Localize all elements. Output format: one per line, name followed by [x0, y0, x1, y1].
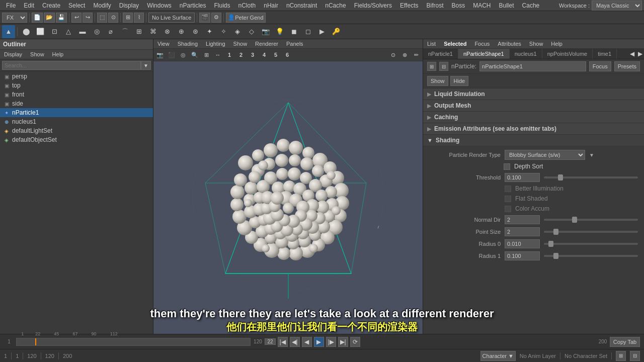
outliner-search-btn[interactable]: ▼	[141, 61, 151, 70]
viewport-content[interactable]	[153, 61, 423, 330]
char-menu-btn[interactable]: Character ▼	[480, 351, 516, 361]
vp-wire1[interactable]: 1	[224, 49, 235, 60]
attr-better-illum-checkbox[interactable]	[505, 186, 511, 192]
menu-fluids[interactable]: Fluids	[210, 0, 234, 11]
attr-collapse-icon[interactable]: ⊟	[439, 62, 448, 71]
outliner-item-front[interactable]: ▣ front	[0, 90, 153, 99]
attr-nparticle-input[interactable]	[479, 61, 586, 71]
redo-btn[interactable]: ↪	[83, 13, 93, 23]
attr-point-size-input[interactable]	[505, 227, 540, 236]
outliner-item-top[interactable]: ▣ top	[0, 81, 153, 90]
section-output-mesh[interactable]: ▶ Output Mesh	[423, 100, 644, 112]
vp-menu-panels[interactable]: Panels	[282, 40, 307, 48]
outliner-menu-display[interactable]: Display	[0, 50, 26, 58]
menu-windows[interactable]: Windows	[143, 0, 176, 11]
menu-nhair[interactable]: nHair	[260, 0, 282, 11]
camera-btn[interactable]: 📷	[259, 25, 272, 38]
attr-radius0-input[interactable]	[505, 239, 540, 248]
display-prefs-btn[interactable]: ⊟	[630, 351, 640, 361]
section-caching[interactable]: ▶ Caching	[423, 112, 644, 123]
attr-tab-nparticle1[interactable]: nParticle1	[423, 49, 458, 59]
gpu-cache-btn[interactable]: ⊞	[616, 351, 626, 361]
menu-display[interactable]: Display	[115, 0, 143, 11]
key-btn[interactable]: 🔑	[330, 25, 343, 38]
select-btn[interactable]: ⬚	[97, 13, 107, 23]
attr-radius1-input[interactable]	[505, 251, 540, 260]
outliner-item-defaultobjectset[interactable]: ◈ defaultObjectSet	[0, 135, 153, 144]
menu-create[interactable]: Create	[38, 0, 64, 11]
menu-bullet[interactable]: Bullet	[495, 0, 518, 11]
vp-snap-btn[interactable]: ⊙	[387, 49, 398, 60]
light-btn[interactable]: 💡	[273, 25, 286, 38]
menu-ncache[interactable]: nCache	[321, 0, 350, 11]
loop-btn[interactable]: ⟳	[350, 337, 360, 347]
attr-prev-btn[interactable]: ◀	[628, 49, 636, 59]
outliner-item-defaultlightset[interactable]: ◈ defaultLightSet	[0, 126, 153, 135]
user-btn[interactable]: 👤 Peter Gend	[226, 13, 265, 23]
vp-camera-btn[interactable]: 📷	[154, 49, 166, 60]
new-scene-btn[interactable]: 📄	[32, 13, 43, 23]
step-back-btn[interactable]: ◀|	[290, 337, 300, 347]
anim-btn[interactable]: ▶	[315, 25, 329, 38]
vp-wire3[interactable]: 3	[247, 49, 258, 60]
timeline-playhead[interactable]	[35, 338, 36, 345]
shader-btn[interactable]: ◻	[301, 25, 314, 38]
attr-list-btn[interactable]: List	[423, 39, 440, 48]
attr-threshold-input[interactable]	[505, 173, 540, 182]
vp-wire2[interactable]: 2	[235, 49, 247, 60]
lasso-btn[interactable]: ⊙	[108, 13, 118, 23]
wrap-btn[interactable]: ⊛	[189, 25, 202, 38]
section-shading[interactable]: ▼ Shading	[423, 135, 644, 146]
vp-menu-shading[interactable]: Shading	[174, 40, 202, 48]
goto-end-btn[interactable]: ▶|	[338, 337, 348, 347]
attr-attributes-btn[interactable]: Attributes	[494, 39, 525, 48]
group-btn[interactable]: ⊞	[132, 25, 145, 38]
squish-btn[interactable]: ⊗	[160, 25, 174, 38]
menu-modify[interactable]: Modify	[89, 0, 115, 11]
attr-normal-dir-slider[interactable]	[544, 219, 638, 221]
attr-normal-dir-thumb[interactable]	[572, 217, 577, 223]
lattice-btn[interactable]: ⊕	[175, 25, 188, 38]
cone-btn[interactable]: △	[62, 25, 75, 38]
vp-uvs-btn[interactable]: ⊗	[399, 49, 410, 60]
attr-depth-sort-checkbox[interactable]	[504, 163, 510, 170]
outliner-item-nucleus1[interactable]: ⊕ nucleus1	[0, 117, 153, 126]
attr-radius1-thumb[interactable]	[553, 253, 558, 259]
menu-select[interactable]: Select	[64, 0, 89, 11]
open-btn[interactable]: 📂	[44, 13, 55, 23]
torus-btn[interactable]: ◎	[90, 25, 103, 38]
undo-btn[interactable]: ↩	[71, 13, 82, 23]
menu-mach[interactable]: MACH	[469, 0, 495, 11]
menu-effects[interactable]: Effects	[396, 0, 422, 11]
vp-move-btn[interactable]: ↔	[212, 49, 223, 60]
ikhandle-btn[interactable]: ✧	[217, 25, 230, 38]
attr-selected-btn[interactable]: Selected	[440, 39, 470, 48]
attr-render-type-select[interactable]: Blobby Surface (s/w) Points Spheres	[505, 150, 585, 160]
vp-paint-btn[interactable]: ✏	[411, 49, 422, 60]
outliner-menu-help[interactable]: Help	[48, 50, 68, 58]
copy-tab-btn[interactable]: Copy Tab	[610, 337, 640, 347]
attr-tab-nucleus1[interactable]: nucleus1	[510, 49, 542, 59]
attr-focus-btn[interactable]: Focus	[470, 39, 494, 48]
menu-nparticles[interactable]: nParticles	[176, 0, 210, 11]
outliner-item-nparticle1[interactable]: ✦ nParticle1	[0, 108, 153, 117]
cylinder-btn[interactable]: ⊡	[48, 25, 61, 38]
attr-flat-shaded-checkbox[interactable]	[505, 196, 511, 202]
menu-edit[interactable]: Edit	[20, 0, 38, 11]
attr-point-size-thumb[interactable]	[553, 229, 558, 235]
render-settings-btn[interactable]: ⚙	[211, 13, 221, 23]
cluster-btn[interactable]: ◇	[245, 25, 258, 38]
menu-fields[interactable]: Fields/Solvers	[350, 0, 396, 11]
attr-color-accum-checkbox[interactable]	[505, 206, 511, 212]
vp-wire6[interactable]: 6	[282, 49, 293, 60]
outliner-item-persp[interactable]: ▣ persp	[0, 72, 153, 81]
attr-help-btn[interactable]: Help	[547, 39, 567, 48]
attr-presets-btn[interactable]: Presets	[614, 61, 640, 71]
skin-btn[interactable]: ◈	[231, 25, 244, 38]
section-emission[interactable]: ▶ Emission Attributes (see also emitter …	[423, 123, 644, 135]
vp-frame-btn[interactable]: ⬛	[166, 49, 177, 60]
attr-threshold-thumb[interactable]	[558, 174, 563, 180]
joint-btn[interactable]: ✦	[203, 25, 216, 38]
timeline-track[interactable]: 1 22 45 67 90 112	[16, 338, 251, 346]
attr-point-size-slider[interactable]	[544, 231, 638, 233]
